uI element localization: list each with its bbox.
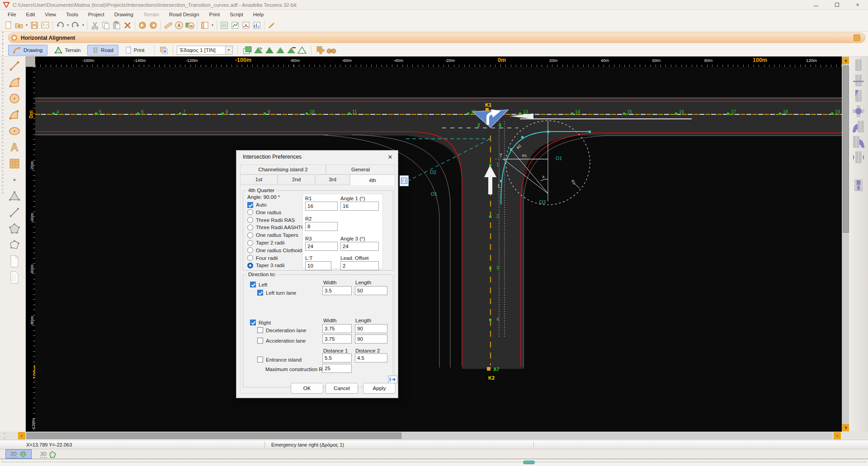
- vertical-scrollbar[interactable]: ∧ ∨: [842, 56, 849, 432]
- sheet-list-icon[interactable]: [7, 270, 22, 285]
- acceleration-length-field[interactable]: [355, 334, 387, 344]
- tab-drawing[interactable]: Drawing: [8, 45, 47, 56]
- preview-scroll-pill[interactable]: [523, 461, 535, 464]
- max-construction-r-field[interactable]: [322, 364, 352, 373]
- deceleration-length-field[interactable]: [355, 324, 387, 333]
- tab-1st-quarter[interactable]: 1st: [240, 174, 278, 184]
- menu-item[interactable]: Project: [83, 11, 109, 18]
- method-control[interactable]: [247, 225, 253, 231]
- triangle-remove-icon[interactable]: [286, 45, 297, 56]
- method-control[interactable]: [247, 247, 253, 253]
- ok-button[interactable]: OK: [291, 383, 323, 394]
- dock-grip[interactable]: [2, 32, 7, 44]
- binoculars-icon[interactable]: [326, 45, 337, 56]
- redo-icon[interactable]: [70, 20, 81, 31]
- drawing-canvas[interactable]: 45678910111213141516171819 1234 K1K2A7O2…: [35, 67, 842, 432]
- method-control[interactable]: [247, 217, 253, 223]
- copy-icon[interactable]: [100, 20, 111, 31]
- find-a-icon[interactable]: A: [174, 20, 184, 31]
- draw-circle-icon[interactable]: [7, 91, 22, 106]
- left-turn-length-field[interactable]: [355, 286, 387, 295]
- triangle-add-icon[interactable]: [264, 45, 275, 56]
- grid-cells-icon[interactable]: [315, 45, 326, 56]
- angle3-field[interactable]: [340, 242, 379, 251]
- draw-segment-icon[interactable]: [7, 205, 22, 220]
- menu-item[interactable]: Script: [225, 11, 248, 18]
- open-dropdown-caret[interactable]: ▾: [24, 23, 29, 27]
- panel-toggle-icon[interactable]: [199, 20, 210, 31]
- scroll-right-button[interactable]: ›: [834, 432, 841, 439]
- tab-terrain[interactable]: Terrain: [49, 45, 85, 56]
- deceleration-width-field[interactable]: [322, 324, 352, 333]
- scroll-left-button[interactable]: ‹: [18, 432, 25, 439]
- menu-item[interactable]: Help: [248, 11, 269, 18]
- right-checkbox[interactable]: Right: [250, 320, 271, 325]
- menu-item[interactable]: Drawing: [109, 11, 138, 18]
- r3-field[interactable]: [305, 242, 338, 251]
- tab-2d[interactable]: 2D: [5, 449, 32, 459]
- lt-field[interactable]: [305, 261, 331, 270]
- left-turn-width-field[interactable]: [322, 286, 352, 295]
- cancel-button[interactable]: Cancel: [326, 383, 358, 394]
- paste-icon[interactable]: [111, 20, 122, 31]
- scroll-up-button[interactable]: ∧: [842, 57, 849, 64]
- menu-item[interactable]: View: [40, 11, 61, 18]
- horizontal-scrollbar[interactable]: ‹ ›: [0, 432, 868, 440]
- tab-channelising-island[interactable]: Channelising island 2: [240, 165, 326, 174]
- left-checkbox[interactable]: Left: [250, 282, 267, 287]
- horizontal-scroll-thumb[interactable]: [26, 433, 401, 439]
- measure-ruler-icon[interactable]: [163, 20, 174, 31]
- open-file-icon[interactable]: [14, 20, 24, 31]
- modebar-grip[interactable]: [2, 44, 7, 56]
- save-icon[interactable]: [29, 20, 40, 31]
- dialog-close-icon[interactable]: ✕: [382, 151, 398, 163]
- export-image-icon[interactable]: [40, 20, 51, 31]
- road-taper-icon[interactable]: [851, 89, 866, 103]
- roundabout-icon[interactable]: [851, 104, 866, 118]
- draw-polyline-icon[interactable]: [7, 237, 22, 253]
- method-control[interactable]: [247, 240, 253, 246]
- redo-dropdown-caret[interactable]: ▾: [81, 23, 85, 27]
- road-curve-right-icon[interactable]: [851, 135, 866, 149]
- triangle-hatch-icon[interactable]: [275, 45, 286, 56]
- draw-polygon-icon[interactable]: [7, 221, 22, 236]
- radius-method-option[interactable]: One radius Tapers: [247, 231, 298, 239]
- menu-item[interactable]: Print: [204, 11, 225, 18]
- surface-layers-icon[interactable]: [242, 45, 253, 56]
- road-crossline-icon[interactable]: [851, 74, 866, 87]
- radius-method-option[interactable]: One radius Clothoids: [247, 247, 304, 254]
- panel-options-button[interactable]: [854, 34, 860, 41]
- acceleration-lane-checkbox[interactable]: Acceleration lane: [257, 338, 306, 344]
- draw-ellipse-icon[interactable]: [7, 123, 22, 139]
- r1-field[interactable]: [305, 202, 338, 211]
- layers-copy-icon[interactable]: [158, 45, 169, 56]
- radius-method-option[interactable]: Four radii: [247, 254, 278, 262]
- minimize-button[interactable]: [806, 0, 826, 10]
- new-document-icon[interactable]: [3, 20, 14, 31]
- left-turn-lane-checkbox[interactable]: Left turn lane: [257, 290, 296, 296]
- method-control[interactable]: [247, 255, 253, 261]
- undo-icon[interactable]: [55, 20, 66, 31]
- tab-4th-quarter[interactable]: 4th: [350, 174, 395, 185]
- menu-item[interactable]: Road Design: [164, 11, 204, 18]
- deceleration-lane-checkbox[interactable]: Deceleration lane: [257, 327, 307, 333]
- radius-method-option[interactable]: Taper 2 radii: [247, 239, 284, 246]
- road-curve-left-icon[interactable]: [851, 120, 866, 133]
- tab-general[interactable]: General: [326, 165, 395, 174]
- triangle-edit-icon[interactable]: [253, 45, 264, 56]
- cut-icon[interactable]: [90, 20, 100, 31]
- diagram-chart-icon[interactable]: [251, 20, 262, 31]
- acceleration-width-field[interactable]: [322, 334, 352, 344]
- go-back-icon[interactable]: [137, 20, 148, 31]
- delete-icon[interactable]: [122, 20, 133, 31]
- method-control[interactable]: [247, 202, 253, 208]
- tab-2nd-quarter[interactable]: 2nd: [278, 174, 315, 184]
- road-straight-icon[interactable]: [851, 58, 866, 72]
- entrance-island-checkbox[interactable]: Entrance island: [257, 357, 302, 362]
- panel-dropdown-caret[interactable]: ▾: [210, 23, 215, 27]
- undo-dropdown-caret[interactable]: ▾: [66, 23, 70, 27]
- lead-offset-field[interactable]: [340, 261, 379, 270]
- distance1-field[interactable]: [322, 353, 352, 362]
- distance2-field[interactable]: [355, 353, 387, 362]
- tab-print[interactable]: Print: [120, 45, 150, 56]
